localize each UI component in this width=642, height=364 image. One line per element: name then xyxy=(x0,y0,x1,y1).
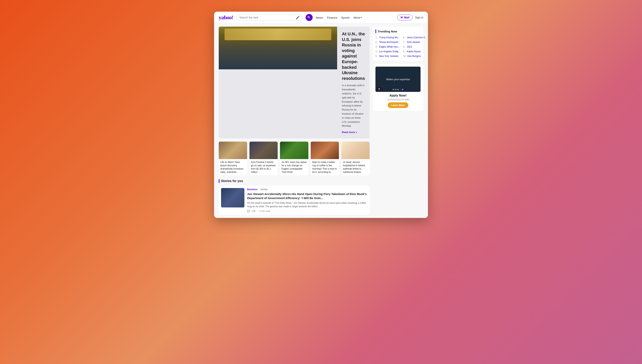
ad-dot-1 xyxy=(393,89,394,90)
mail-icon: ✉ xyxy=(401,16,403,19)
ad-box: Widen your expertise 🔇 Apply Now! SPONSO… xyxy=(373,64,423,111)
trending-link-4[interactable]: Los Angeles Dodg... xyxy=(379,50,400,53)
trending-item-6[interactable]: 6. Jesus Guerrero C... xyxy=(403,36,427,40)
signin-button[interactable]: Sign in xyxy=(415,16,423,19)
trending-link-1[interactable]: Trump Kissing Mu... xyxy=(379,36,400,39)
comment-icon: 💬 xyxy=(247,210,250,212)
story-image xyxy=(221,188,244,208)
ad-video: Widen your expertise 🔇 xyxy=(376,66,421,92)
ad-dot-4 xyxy=(400,89,401,90)
news-card-listeria[interactable]: 12 dead, dozens hospitalized in listeria… xyxy=(341,142,370,175)
trending-item-10[interactable]: 10. Dan Bongino xyxy=(403,54,427,58)
story-source: Variety xyxy=(260,188,267,191)
hero-image xyxy=(219,26,337,69)
card-image-listeria xyxy=(341,142,370,159)
story-dot: · xyxy=(259,188,259,191)
main-content: At U.N., the U.S. joins Russia in voting… xyxy=(214,24,428,218)
search-input[interactable] xyxy=(239,16,294,19)
trending-item-5[interactable]: 5. New York Yankees xyxy=(376,54,400,58)
hero-text: At U.N., the U.S. joins Russia in voting… xyxy=(337,26,370,138)
trending-item-4[interactable]: 4. Los Angeles Dodg... xyxy=(376,50,400,54)
trending-num-4: 4. xyxy=(376,50,378,53)
story-footer-dot: · xyxy=(257,210,258,212)
news-card-mars[interactable]: Life on Mars? New beach discovery dramat… xyxy=(219,142,247,175)
hero-description: In a dramatic shift in transatlantic rel… xyxy=(342,84,365,128)
trending-num-9: 9. xyxy=(403,50,406,53)
hero-story[interactable]: At U.N., the U.S. joins Russia in voting… xyxy=(219,26,370,138)
hero-title: At U.N., the U.S. joins Russia in voting… xyxy=(342,31,365,81)
news-card-coffee[interactable]: Want to make a better cup of coffee in t… xyxy=(311,142,339,175)
learn-more-button[interactable]: Learn More xyxy=(388,102,408,108)
header: yahoo! 🎤 🔍 News Finance Sports More ▾ ✉ … xyxy=(214,12,428,24)
story-tag-business: Business xyxy=(247,188,257,191)
nav-news[interactable]: News xyxy=(316,16,323,19)
trending-header: Trending Now xyxy=(376,29,421,33)
trending-title: Trending Now xyxy=(378,30,397,33)
chevron-down-icon: ▾ xyxy=(361,16,362,19)
ad-dot-3 xyxy=(397,89,399,90)
read-more-link[interactable]: Read more » xyxy=(342,131,357,134)
sidebar: Trending Now 1. Trump Kissing Mu... 6. J… xyxy=(373,26,423,215)
story-footer: 💬 186 · 2 min read xyxy=(247,210,367,212)
main-nav: News Finance Sports More ▾ xyxy=(316,16,394,19)
card-image-coffee xyxy=(311,142,339,159)
trending-grid: 1. Trump Kissing Mu... 6. Jesus Guerrero… xyxy=(376,36,421,58)
ad-title: Apply Now! xyxy=(376,94,421,97)
trending-link-9[interactable]: Kaylie Alyson xyxy=(407,50,421,53)
card-text-mars: Life on Mars? New beach discovery dramat… xyxy=(219,159,247,175)
ad-dot-5 xyxy=(402,89,403,90)
trending-link-8[interactable]: 1923 xyxy=(407,46,412,48)
section-bar xyxy=(219,179,219,183)
trending-link-2[interactable]: Teresa Borrenpohl xyxy=(379,41,398,44)
trending-item-9[interactable]: 9. Kaylie Alyson xyxy=(403,50,427,54)
story-title: Jon Stewart Accidentally Slices His Hand… xyxy=(247,192,367,200)
trending-link-10[interactable]: Dan Bongino xyxy=(407,55,421,58)
card-image-nfl xyxy=(280,142,308,159)
trending-item-2[interactable]: 2. Teresa Borrenpohl xyxy=(376,40,400,44)
news-card-fyre[interactable]: Fyre Festival 2 tickets go on sale, at a… xyxy=(249,142,278,175)
trending-num-5: 5. xyxy=(376,55,378,58)
stories-section-header: Stories for you xyxy=(219,179,370,183)
trending-num-3: 3. xyxy=(376,46,378,48)
story-meta: Business · Variety Jon Stewart Accidenta… xyxy=(247,188,367,212)
card-text-coffee: Want to make a better cup of coffee in t… xyxy=(311,159,339,175)
stories-section-title: Stories for you xyxy=(221,179,243,183)
trending-item-8[interactable]: 8. 1923 xyxy=(403,45,427,49)
story-description: On this week's episode of "The Daily Sho… xyxy=(247,201,367,208)
trending-link-3[interactable]: Eagles White Hou... xyxy=(379,46,400,48)
trending-item-7[interactable]: 7. SAG Awards xyxy=(403,40,427,44)
news-cards-grid: Life on Mars? New beach discovery dramat… xyxy=(219,142,370,175)
mail-button[interactable]: ✉ Mail xyxy=(397,14,413,20)
nav-actions: ✉ Mail Sign in xyxy=(397,14,423,20)
ad-sponsored: SPONSORED BY CITI xyxy=(376,98,421,101)
yahoo-logo[interactable]: yahoo! xyxy=(219,14,233,20)
trending-item-3[interactable]: 3. Eagles White Hou... xyxy=(376,45,400,49)
story-comments: 186 xyxy=(252,210,255,212)
trending-num-2: 2. xyxy=(376,41,378,44)
trending-item-1[interactable]: 1. Trump Kissing Mu... xyxy=(376,36,400,40)
nav-finance[interactable]: Finance xyxy=(327,16,337,19)
microphone-icon[interactable]: 🎤 xyxy=(296,16,300,20)
trending-link-7[interactable]: SAG Awards xyxy=(407,41,420,44)
ad-video-text: Widen your expertise xyxy=(386,78,410,81)
card-text-fyre: Fyre Festival 2 tickets go on sale, at a… xyxy=(249,159,278,175)
ad-sponsor-name: CITI xyxy=(405,98,409,101)
nav-sports[interactable]: Sports xyxy=(341,16,350,19)
story-read-time: 2 min read xyxy=(259,210,270,212)
story-tags: Business · Variety xyxy=(247,188,367,191)
trending-num-8: 8. xyxy=(403,46,406,48)
trending-num-7: 7. xyxy=(403,41,406,44)
search-button[interactable]: 🔍 xyxy=(306,14,313,21)
story-item[interactable]: Business · Variety Jon Stewart Accidenta… xyxy=(219,186,370,215)
search-bar: 🎤 xyxy=(236,14,302,21)
card-image-mars xyxy=(219,142,247,159)
trending-num-1: 1. xyxy=(376,36,378,39)
sponsored-by-label: SPONSORED BY xyxy=(387,98,404,101)
ad-video-controls xyxy=(376,89,421,90)
trending-link-6[interactable]: Jesus Guerrero C... xyxy=(407,36,427,39)
card-text-listeria: 12 dead, dozens hospitalized in listeria… xyxy=(341,159,370,175)
search-icon: 🔍 xyxy=(307,16,311,20)
nav-more[interactable]: More ▾ xyxy=(354,16,362,19)
news-card-nfl[interactable]: An NFL team has asked for a rule change … xyxy=(280,142,308,175)
trending-link-5[interactable]: New York Yankees xyxy=(379,55,399,58)
